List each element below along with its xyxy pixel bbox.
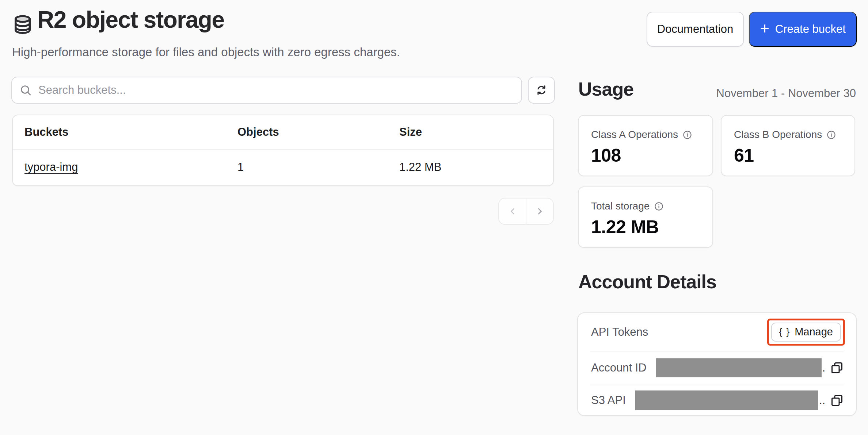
total-storage-card: Total storage 1.22 MB <box>578 186 713 248</box>
account-id-suffix: . <box>822 362 825 374</box>
bucket-name-link[interactable]: typora-img <box>24 161 78 173</box>
manage-api-tokens-button[interactable]: { } Manage <box>771 323 841 342</box>
account-details-heading: Account Details <box>578 271 716 293</box>
manage-button-highlight-box: { } Manage <box>767 319 845 346</box>
total-storage-label: Total storage <box>591 200 650 212</box>
chevron-left-icon <box>507 206 518 216</box>
account-id-row: Account ID . <box>578 351 856 384</box>
search-buckets-input[interactable] <box>38 84 514 97</box>
documentation-button-label: Documentation <box>657 23 734 36</box>
class-b-operations-label: Class B Operations <box>734 129 822 140</box>
total-storage-value: 1.22 MB <box>591 216 700 238</box>
previous-page-button[interactable] <box>499 199 526 224</box>
s3-api-row: S3 API .. <box>578 385 856 415</box>
class-b-operations-value: 61 <box>734 145 842 166</box>
info-icon[interactable] <box>682 130 692 140</box>
api-tokens-label: API Tokens <box>591 326 648 339</box>
class-b-operations-card: Class B Operations 61 <box>721 115 855 176</box>
account-id-redacted-value <box>656 358 822 377</box>
next-page-button[interactable] <box>526 199 553 224</box>
search-icon <box>19 84 32 96</box>
bucket-size: 1.22 MB <box>399 161 553 174</box>
usage-date-range: November 1 - November 30 <box>716 87 856 100</box>
copy-icon <box>830 394 844 407</box>
s3-api-redacted-value <box>635 390 819 410</box>
info-icon[interactable] <box>654 201 664 211</box>
s3-api-label: S3 API <box>591 394 626 407</box>
class-a-operations-label: Class A Operations <box>591 129 678 140</box>
column-header-objects: Objects <box>237 126 399 139</box>
column-header-size: Size <box>399 126 553 139</box>
create-bucket-button[interactable]: + Create bucket <box>749 12 857 47</box>
s3-api-suffix: .. <box>819 394 825 407</box>
copy-s3-api-button[interactable] <box>829 392 845 408</box>
bucket-objects-count: 1 <box>237 161 399 174</box>
page-subtitle: High-performance storage for files and o… <box>12 45 400 59</box>
account-details-card: API Tokens { } Manage Account ID . S3 AP… <box>577 312 857 416</box>
copy-account-id-button[interactable] <box>829 360 845 376</box>
manage-button-label: Manage <box>795 326 833 338</box>
braces-icon: { } <box>779 326 791 338</box>
refresh-button[interactable] <box>528 77 555 104</box>
copy-icon <box>830 361 844 374</box>
class-a-operations-card: Class A Operations 108 <box>578 115 713 176</box>
table-row[interactable]: typora-img 1 1.22 MB <box>13 150 553 185</box>
buckets-table-header: Buckets Objects Size <box>13 115 553 150</box>
documentation-button[interactable]: Documentation <box>647 12 744 47</box>
search-buckets-box[interactable] <box>11 77 522 104</box>
class-a-operations-value: 108 <box>591 145 700 166</box>
r2-overview-page: { "header": { "title": "R2 object storag… <box>0 0 868 435</box>
usage-heading: Usage <box>578 78 633 100</box>
api-tokens-row: API Tokens { } Manage <box>578 313 856 351</box>
pagination <box>498 198 554 225</box>
database-icon <box>12 14 33 35</box>
column-header-buckets: Buckets <box>24 126 237 139</box>
info-icon[interactable] <box>826 130 836 140</box>
refresh-icon <box>535 84 548 97</box>
buckets-table: Buckets Objects Size typora-img 1 1.22 M… <box>12 115 554 186</box>
create-bucket-button-label: Create bucket <box>775 23 846 36</box>
page-title: R2 object storage <box>37 7 224 34</box>
account-id-label: Account ID <box>591 361 647 374</box>
chevron-right-icon <box>535 206 545 216</box>
plus-icon: + <box>760 20 769 36</box>
